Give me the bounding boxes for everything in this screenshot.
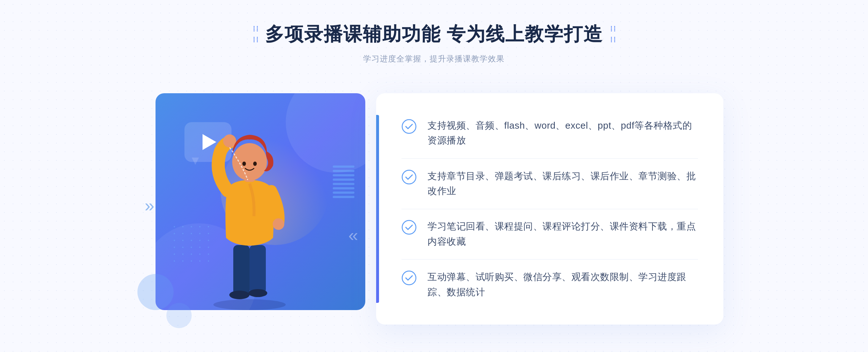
check-icon-3 [401, 220, 417, 235]
check-icon-1 [401, 119, 417, 134]
svg-point-3 [229, 291, 250, 299]
title-row: 多项录播课辅助功能 专为线上教学打造 [253, 22, 615, 47]
divider-3 [401, 259, 698, 259]
svg-point-9 [242, 162, 246, 166]
page-title: 多项录播课辅助功能 专为线上教学打造 [265, 22, 603, 47]
left-decoration [253, 24, 258, 44]
svg-point-0 [213, 299, 286, 310]
feature-item-3: 学习笔记回看、课程提问、课程评论打分、课件资料下载，重点内容收藏 [401, 215, 698, 253]
card-arrows-decoration [348, 225, 358, 245]
stripe-decoration [333, 166, 354, 198]
page-container: 多项录播课辅助功能 专为线上教学打造 学习进度全掌握，提升录播课教学效果 [0, 0, 868, 352]
svg-point-10 [253, 162, 257, 166]
svg-point-4 [248, 289, 267, 297]
feature-item-4: 互动弹幕、试听购买、微信分享、观看次数限制、学习进度跟踪、数据统计 [401, 266, 698, 303]
page-subtitle: 学习进度全掌握，提升录播课教学效果 [253, 53, 615, 64]
feature-text-3: 学习笔记回看、课程提问、课程评论打分、课件资料下载，重点内容收藏 [427, 219, 698, 249]
content-section: 支持视频、音频、flash、word、excel、ppt、pdf等各种格式的资源… [145, 79, 723, 332]
svg-point-8 [232, 143, 267, 181]
illustration-card [156, 93, 365, 310]
check-icon-4 [401, 270, 417, 286]
feature-item-2: 支持章节目录、弹题考试、课后练习、课后作业、章节测验、批改作业 [401, 165, 698, 202]
feature-text-4: 互动弹幕、试听购买、微信分享、观看次数限制、学习进度跟踪、数据统计 [427, 270, 698, 300]
feature-text-2: 支持章节目录、弹题考试、课后练习、课后作业、章节测验、批改作业 [427, 169, 698, 199]
circle-decoration-1 [137, 274, 174, 310]
right-decoration [610, 24, 615, 44]
header-section: 多项录播课辅助功能 专为线上教学打造 学习进度全掌握，提升录播课教学效果 [253, 0, 615, 64]
feature-text-1: 支持视频、音频、flash、word、excel、ppt、pdf等各种格式的资源… [427, 118, 698, 148]
svg-point-13 [402, 220, 416, 234]
svg-point-12 [402, 170, 416, 184]
svg-rect-1 [233, 245, 250, 296]
panel-accent-bar [376, 115, 379, 303]
divider-1 [401, 158, 698, 159]
features-panel: 支持视频、音频、flash、word、excel、ppt、pdf等各种格式的资源… [376, 93, 723, 325]
svg-point-14 [402, 271, 416, 285]
circle-decoration-2 [166, 303, 192, 328]
svg-point-11 [402, 120, 416, 133]
left-arrows-decoration [145, 196, 154, 215]
check-icon-2 [401, 169, 417, 185]
feature-item-1: 支持视频、音频、flash、word、excel、ppt、pdf等各种格式的资源… [401, 115, 698, 152]
person-illustration [192, 108, 307, 310]
illustration-wrapper [145, 79, 391, 332]
svg-rect-2 [250, 245, 266, 294]
divider-2 [401, 209, 698, 209]
svg-point-6 [273, 218, 284, 230]
